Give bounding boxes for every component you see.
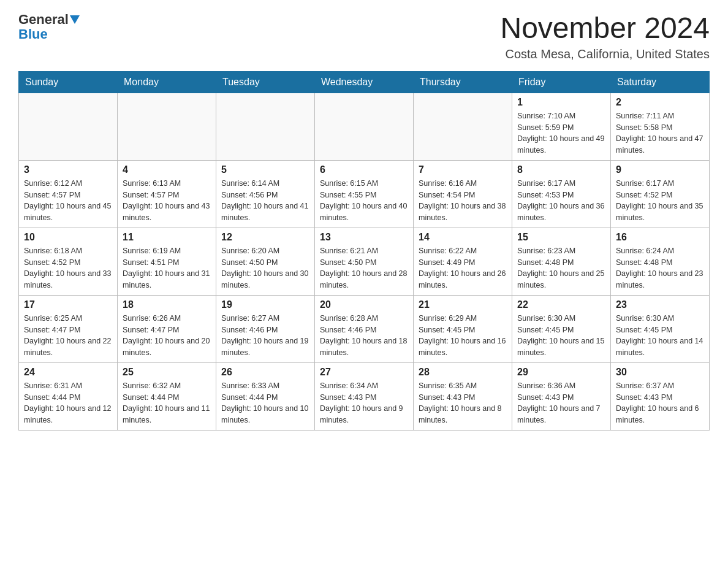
day-number: 17 <box>24 299 112 310</box>
header-thursday: Thursday <box>414 71 512 93</box>
calendar-cell: 16Sunrise: 6:24 AM Sunset: 4:48 PM Dayli… <box>611 228 710 295</box>
day-number: 8 <box>517 164 605 175</box>
calendar-cell: 5Sunrise: 6:14 AM Sunset: 4:56 PM Daylig… <box>216 160 315 228</box>
day-info: Sunrise: 6:37 AM Sunset: 4:43 PM Dayligh… <box>616 380 704 426</box>
calendar-week-2: 3Sunrise: 6:12 AM Sunset: 4:57 PM Daylig… <box>19 160 710 228</box>
day-number: 12 <box>221 232 309 243</box>
day-info: Sunrise: 6:17 AM Sunset: 4:53 PM Dayligh… <box>517 178 605 224</box>
day-info: Sunrise: 6:30 AM Sunset: 4:45 PM Dayligh… <box>616 313 704 359</box>
day-number: 30 <box>616 367 704 378</box>
calendar-cell: 29Sunrise: 6:36 AM Sunset: 4:43 PM Dayli… <box>512 362 611 430</box>
day-info: Sunrise: 6:29 AM Sunset: 4:45 PM Dayligh… <box>419 313 507 359</box>
header-wednesday: Wednesday <box>315 71 414 93</box>
day-info: Sunrise: 6:27 AM Sunset: 4:46 PM Dayligh… <box>221 313 309 359</box>
calendar-cell: 10Sunrise: 6:18 AM Sunset: 4:52 PM Dayli… <box>19 228 118 295</box>
calendar-cell: 12Sunrise: 6:20 AM Sunset: 4:50 PM Dayli… <box>216 228 315 295</box>
calendar-cell: 23Sunrise: 6:30 AM Sunset: 4:45 PM Dayli… <box>611 295 710 362</box>
calendar-cell: 28Sunrise: 6:35 AM Sunset: 4:43 PM Dayli… <box>414 362 512 430</box>
day-number: 4 <box>123 164 211 175</box>
day-number: 15 <box>517 232 605 243</box>
header-sunday: Sunday <box>19 71 118 93</box>
calendar-cell: 3Sunrise: 6:12 AM Sunset: 4:57 PM Daylig… <box>19 160 118 228</box>
day-info: Sunrise: 6:21 AM Sunset: 4:50 PM Dayligh… <box>320 245 408 291</box>
calendar-cell: 27Sunrise: 6:34 AM Sunset: 4:43 PM Dayli… <box>315 362 414 430</box>
calendar-cell: 1Sunrise: 7:10 AM Sunset: 5:59 PM Daylig… <box>512 93 611 160</box>
logo-triangle-icon <box>70 15 80 24</box>
day-number: 1 <box>517 97 605 108</box>
day-number: 3 <box>24 164 112 175</box>
day-info: Sunrise: 7:11 AM Sunset: 5:58 PM Dayligh… <box>616 110 704 156</box>
day-info: Sunrise: 6:22 AM Sunset: 4:49 PM Dayligh… <box>419 245 507 291</box>
header-saturday: Saturday <box>611 71 710 93</box>
day-number: 6 <box>320 164 408 175</box>
calendar-cell: 7Sunrise: 6:16 AM Sunset: 4:54 PM Daylig… <box>414 160 512 228</box>
day-info: Sunrise: 6:30 AM Sunset: 4:45 PM Dayligh… <box>517 313 605 359</box>
logo: General Blue <box>18 12 80 42</box>
calendar-header-row: SundayMondayTuesdayWednesdayThursdayFrid… <box>19 71 710 93</box>
day-number: 14 <box>419 232 507 243</box>
calendar-cell: 2Sunrise: 7:11 AM Sunset: 5:58 PM Daylig… <box>611 93 710 160</box>
day-info: Sunrise: 6:36 AM Sunset: 4:43 PM Dayligh… <box>517 380 605 426</box>
day-number: 16 <box>616 232 704 243</box>
header-tuesday: Tuesday <box>216 71 315 93</box>
logo-blue-text: Blue <box>18 27 48 42</box>
day-info: Sunrise: 6:15 AM Sunset: 4:55 PM Dayligh… <box>320 178 408 224</box>
day-number: 29 <box>517 367 605 378</box>
logo-general-text: General <box>18 12 69 27</box>
day-number: 19 <box>221 299 309 310</box>
page-header: General Blue November 2024 Costa Mesa, C… <box>18 12 710 61</box>
day-number: 2 <box>616 97 704 108</box>
day-number: 23 <box>616 299 704 310</box>
day-number: 18 <box>123 299 211 310</box>
calendar-cell: 9Sunrise: 6:17 AM Sunset: 4:52 PM Daylig… <box>611 160 710 228</box>
day-number: 10 <box>24 232 112 243</box>
day-number: 21 <box>419 299 507 310</box>
calendar-cell: 14Sunrise: 6:22 AM Sunset: 4:49 PM Dayli… <box>414 228 512 295</box>
day-info: Sunrise: 6:16 AM Sunset: 4:54 PM Dayligh… <box>419 178 507 224</box>
calendar-cell <box>118 93 216 160</box>
calendar-cell: 8Sunrise: 6:17 AM Sunset: 4:53 PM Daylig… <box>512 160 611 228</box>
day-info: Sunrise: 6:25 AM Sunset: 4:47 PM Dayligh… <box>24 313 112 359</box>
day-number: 22 <box>517 299 605 310</box>
calendar-week-1: 1Sunrise: 7:10 AM Sunset: 5:59 PM Daylig… <box>19 93 710 160</box>
day-info: Sunrise: 6:35 AM Sunset: 4:43 PM Dayligh… <box>419 380 507 426</box>
calendar-cell: 24Sunrise: 6:31 AM Sunset: 4:44 PM Dayli… <box>19 362 118 430</box>
day-info: Sunrise: 6:14 AM Sunset: 4:56 PM Dayligh… <box>221 178 309 224</box>
day-number: 13 <box>320 232 408 243</box>
calendar-cell: 21Sunrise: 6:29 AM Sunset: 4:45 PM Dayli… <box>414 295 512 362</box>
day-number: 24 <box>24 367 112 378</box>
calendar-week-4: 17Sunrise: 6:25 AM Sunset: 4:47 PM Dayli… <box>19 295 710 362</box>
calendar-cell: 13Sunrise: 6:21 AM Sunset: 4:50 PM Dayli… <box>315 228 414 295</box>
calendar-cell: 18Sunrise: 6:26 AM Sunset: 4:47 PM Dayli… <box>118 295 216 362</box>
day-number: 25 <box>123 367 211 378</box>
calendar-cell: 4Sunrise: 6:13 AM Sunset: 4:57 PM Daylig… <box>118 160 216 228</box>
day-number: 5 <box>221 164 309 175</box>
day-info: Sunrise: 6:34 AM Sunset: 4:43 PM Dayligh… <box>320 380 408 426</box>
day-number: 27 <box>320 367 408 378</box>
day-info: Sunrise: 6:23 AM Sunset: 4:48 PM Dayligh… <box>517 245 605 291</box>
day-info: Sunrise: 6:18 AM Sunset: 4:52 PM Dayligh… <box>24 245 112 291</box>
month-title: November 2024 <box>500 12 710 45</box>
day-number: 26 <box>221 367 309 378</box>
calendar-cell: 20Sunrise: 6:28 AM Sunset: 4:46 PM Dayli… <box>315 295 414 362</box>
calendar-table: SundayMondayTuesdayWednesdayThursdayFrid… <box>18 71 710 431</box>
day-info: Sunrise: 6:19 AM Sunset: 4:51 PM Dayligh… <box>123 245 211 291</box>
calendar-cell: 6Sunrise: 6:15 AM Sunset: 4:55 PM Daylig… <box>315 160 414 228</box>
header-friday: Friday <box>512 71 611 93</box>
day-number: 11 <box>123 232 211 243</box>
calendar-cell <box>414 93 512 160</box>
calendar-cell <box>19 93 118 160</box>
calendar-cell: 15Sunrise: 6:23 AM Sunset: 4:48 PM Dayli… <box>512 228 611 295</box>
day-info: Sunrise: 6:12 AM Sunset: 4:57 PM Dayligh… <box>24 178 112 224</box>
day-info: Sunrise: 6:28 AM Sunset: 4:46 PM Dayligh… <box>320 313 408 359</box>
day-info: Sunrise: 6:31 AM Sunset: 4:44 PM Dayligh… <box>24 380 112 426</box>
calendar-cell: 19Sunrise: 6:27 AM Sunset: 4:46 PM Dayli… <box>216 295 315 362</box>
day-info: Sunrise: 6:13 AM Sunset: 4:57 PM Dayligh… <box>123 178 211 224</box>
day-info: Sunrise: 6:32 AM Sunset: 4:44 PM Dayligh… <box>123 380 211 426</box>
header-monday: Monday <box>118 71 216 93</box>
calendar-cell: 30Sunrise: 6:37 AM Sunset: 4:43 PM Dayli… <box>611 362 710 430</box>
calendar-week-5: 24Sunrise: 6:31 AM Sunset: 4:44 PM Dayli… <box>19 362 710 430</box>
day-number: 20 <box>320 299 408 310</box>
day-number: 9 <box>616 164 704 175</box>
day-info: Sunrise: 6:24 AM Sunset: 4:48 PM Dayligh… <box>616 245 704 291</box>
